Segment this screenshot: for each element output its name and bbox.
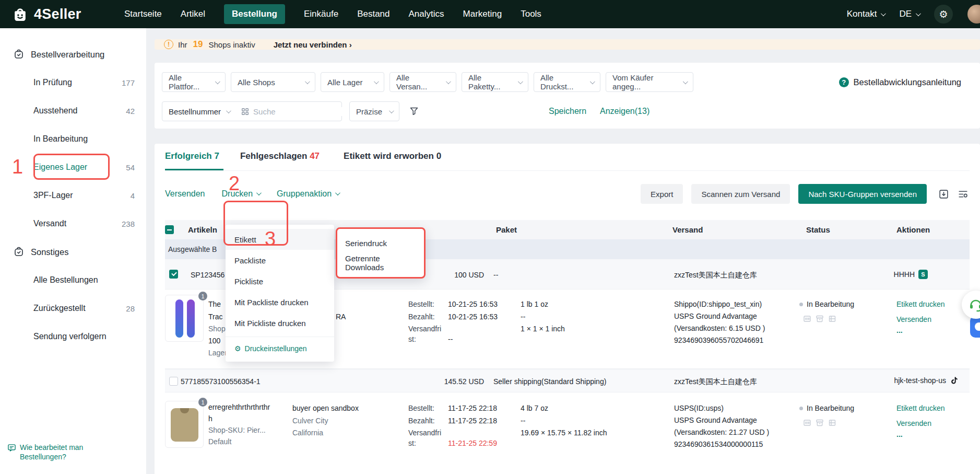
sidebar-item-ausstehend[interactable]: Ausstehend 42 (0, 97, 146, 125)
picklist-icon (828, 419, 836, 429)
menu-item-mit-pickliste-drucken[interactable]: Mit Pickliste drucken (226, 313, 334, 333)
export-table-icon[interactable] (938, 189, 949, 200)
nav-item-bestellung[interactable]: Bestellung (224, 4, 285, 24)
more-actions-link[interactable]: ... (896, 430, 903, 438)
shops-filter-dropdown[interactable]: Alle Shops (231, 72, 315, 92)
print-label-link[interactable]: Etikett drucken (896, 300, 945, 308)
more-actions-link[interactable]: ... (896, 326, 903, 334)
product-image-placeholder (187, 299, 195, 338)
gruppenaktion-dropdown-button[interactable]: Gruppenaktion (277, 189, 339, 199)
packlist-icon (816, 315, 824, 325)
send-by-sku-button[interactable]: Nach SKU-Gruppen versenden (798, 184, 927, 204)
sidebar-item-sendung-verfolgern[interactable]: Sendung verfolgern (0, 322, 146, 351)
grid-icon[interactable] (241, 108, 249, 115)
drucken-dropdown-button[interactable]: Drucken (222, 189, 261, 199)
scan-to-ship-button[interactable]: Scannen zum Versand (691, 184, 790, 204)
kontakt-menu[interactable]: Kontakt (847, 9, 885, 19)
product-image[interactable]: 1 (165, 295, 204, 342)
nav-item-einkaeufe[interactable]: Einkäufe (304, 9, 338, 19)
menu-item-mit-packliste-drucken[interactable]: Mit Packliste drucken (226, 292, 334, 313)
product-title: The (208, 300, 221, 308)
platform-filter-dropdown[interactable]: Alle Plattfor... (162, 72, 226, 92)
sidebar-group-sonstiges[interactable]: Sonstiges (0, 238, 146, 266)
sidebar-item-label: In Bearbeitung (33, 134, 88, 144)
menu-item-pickliste[interactable]: Pickliste (226, 271, 334, 292)
reconnect-link[interactable]: Jetzt neu verbinden › (274, 40, 352, 49)
versenden-button[interactable]: Versenden (165, 189, 205, 199)
sidebar-item-count: 54 (126, 163, 135, 172)
buyer-city: Culver City (292, 417, 328, 425)
chevron-down-icon (916, 11, 921, 16)
tab-erfolgreich[interactable]: Erfolgreich 7 (165, 151, 219, 170)
lager-filter-dropdown[interactable]: Alle Lager (321, 72, 384, 92)
sidebar-group-bestellverarbeitung[interactable]: Bestellverarbeitung (0, 40, 146, 68)
tab-etikett-wird-erworben[interactable]: Etikett wird erworben 0 (344, 151, 441, 170)
order-detail-row: 1 erregrehthrthrthrthr h Shop-SKU: Pier.… (165, 392, 970, 474)
row-checkbox[interactable] (169, 270, 178, 279)
help-link[interactable]: Wie bearbeitet man Bestellungen? (7, 443, 96, 461)
print-label-link[interactable]: Etikett drucken (896, 404, 945, 412)
order-number: SP123456 (191, 271, 225, 279)
tab-fehlgeschlagen[interactable]: Fehlgeschlagen 47 (240, 151, 320, 170)
submenu-item-seriendruck[interactable]: Seriendruck (337, 233, 424, 253)
menu-item-packliste[interactable]: Packliste (226, 250, 334, 271)
product-sku: Shop-SKU: Pier... (208, 426, 266, 434)
row-checkbox[interactable] (169, 377, 178, 386)
status-icons (803, 419, 836, 429)
chevron-down-icon (389, 108, 394, 113)
kaeufer-filter-dropdown[interactable]: Vom Käufer angeg... (606, 72, 693, 92)
product-title: Trac (208, 313, 222, 321)
nav-item-analytics[interactable]: Analytics (409, 9, 444, 19)
guide-link[interactable]: ? Bestellabwicklungsanleitung (839, 77, 973, 87)
sidebar-item-zurueckgestellt[interactable]: Zurückgestellt 28 (0, 294, 146, 322)
menu-item-etikett[interactable]: Etikett (226, 229, 334, 250)
warning-icon: ! (164, 40, 173, 49)
chevron-down-icon (335, 190, 340, 195)
search-category-dropdown[interactable]: Bestellnummer (162, 107, 236, 116)
filter-funnel-icon[interactable] (409, 106, 419, 117)
export-button[interactable]: Export (641, 184, 683, 204)
precision-dropdown[interactable]: Präzise (349, 101, 399, 121)
warehouse-name: zxzTest美国本土自建仓库 (674, 377, 757, 387)
order-price: 145.52 USD (408, 377, 484, 386)
nav-item-bestand[interactable]: Bestand (357, 9, 389, 19)
ship-link[interactable]: Versenden (896, 315, 931, 323)
buyer-text-fragment: RA (336, 313, 346, 321)
nav-item-artikel[interactable]: Artikel (181, 9, 205, 19)
package-type: -- (521, 313, 525, 321)
sidebar-item-label: Sendung verfolgern (33, 332, 107, 341)
save-filter-link[interactable]: Speichern (549, 107, 586, 116)
column-settings-icon[interactable] (958, 189, 969, 200)
submenu-item-getrennte-downloads[interactable]: Getrennte Downloads (337, 253, 424, 273)
pakettyp-filter-dropdown[interactable]: Alle Paketty... (462, 72, 528, 92)
sidebar-item-alle-bestellungen[interactable]: Alle Bestellungen (0, 266, 146, 294)
search-input[interactable] (253, 107, 357, 116)
product-image[interactable]: 1 (165, 401, 204, 448)
druckstatus-filter-dropdown[interactable]: Alle Druckst... (534, 72, 600, 92)
sidebar-item-3pf-lager[interactable]: 3PF-Lager 4 (0, 181, 146, 210)
status-badge: In Bearbeitung (799, 404, 854, 412)
ship-link[interactable]: Versenden (896, 419, 931, 427)
select-all-checkbox[interactable] (165, 225, 174, 234)
floating-widget-button[interactable] (970, 316, 980, 338)
nav-item-marketing[interactable]: Marketing (463, 9, 502, 19)
brand[interactable]: 4Seller (11, 6, 124, 23)
sidebar-item-count: 4 (131, 191, 135, 200)
brand-name: 4Seller (34, 6, 81, 22)
versandart-filter-dropdown[interactable]: Alle Versan... (389, 72, 456, 92)
sidebar-item-versandt[interactable]: Versandt 238 (0, 210, 146, 238)
help-link-label: Wie bearbeitet man Bestellungen? (20, 443, 96, 461)
menu-item-druckeinstellungen[interactable]: ⚙ Druckeinstellungen (226, 340, 334, 357)
show-results-link[interactable]: Anzeigen(13) (600, 107, 650, 116)
settings-gear-icon[interactable]: ⚙ (934, 5, 953, 24)
bulk-actions-bar: Versenden Drucken Gruppenaktion Export S… (165, 183, 970, 204)
annotation-number-3: 3 (265, 229, 276, 249)
nav-item-tools[interactable]: Tools (521, 9, 541, 19)
sidebar-item-in-pruefung[interactable]: In Prüfung 177 (0, 68, 146, 97)
sidebar-item-in-bearbeitung[interactable]: In Bearbeitung (0, 125, 146, 153)
product-image-placeholder (171, 408, 198, 442)
selected-orders-text: Ausgewählte B (168, 245, 217, 253)
language-menu[interactable]: DE (899, 9, 919, 19)
nav-item-startseite[interactable]: Startseite (124, 9, 162, 19)
avatar[interactable] (967, 5, 980, 24)
